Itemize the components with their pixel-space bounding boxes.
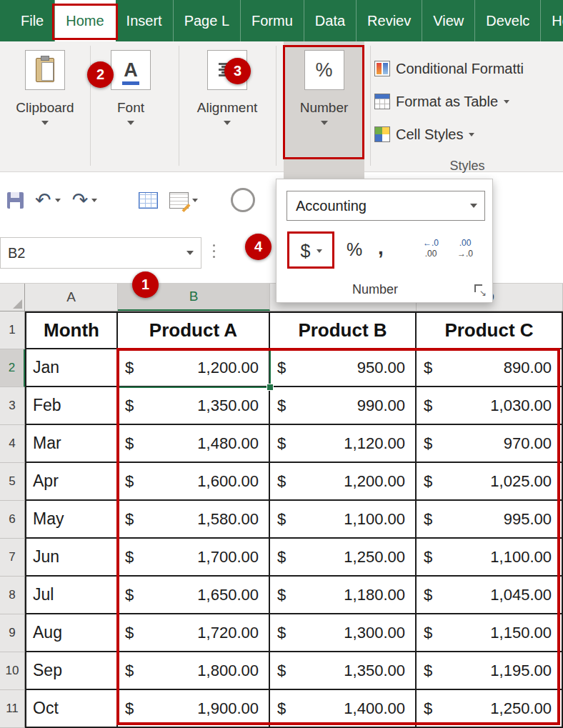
cell-value[interactable]: $1,200.00 bbox=[270, 463, 417, 501]
cell-value[interactable]: $1,100.00 bbox=[270, 501, 417, 539]
chevron-down-icon[interactable] bbox=[55, 199, 61, 202]
cell-month-sep[interactable]: Sep bbox=[25, 652, 118, 690]
tab-data[interactable]: Data bbox=[304, 0, 357, 41]
row-header-5[interactable]: 5 bbox=[0, 463, 25, 501]
select-all-button[interactable] bbox=[0, 284, 25, 311]
tab-home[interactable]: Home bbox=[55, 0, 115, 41]
column-header-A[interactable]: A bbox=[25, 284, 118, 311]
chevron-down-icon[interactable] bbox=[41, 121, 49, 125]
row-header-2[interactable]: 2 bbox=[0, 349, 25, 387]
percent-style-button[interactable]: % bbox=[347, 239, 362, 260]
tab-insert[interactable]: Insert bbox=[116, 0, 174, 41]
group-separator bbox=[179, 46, 179, 166]
cell-value[interactable]: $1,580.00 bbox=[118, 501, 270, 539]
cell-value[interactable]: $1,150.00 bbox=[417, 614, 563, 652]
cell-month-jul[interactable]: Jul bbox=[25, 577, 118, 614]
row-header-11[interactable]: 11 bbox=[0, 690, 25, 728]
cell-styles-button[interactable]: Cell Styles bbox=[374, 124, 560, 144]
paste-button[interactable] bbox=[25, 50, 65, 90]
currency-symbol: $ bbox=[424, 510, 432, 529]
table-icon[interactable] bbox=[139, 192, 158, 209]
row-header-6[interactable]: 6 bbox=[0, 501, 25, 539]
row-header-9[interactable]: 9 bbox=[0, 614, 25, 652]
cell-value[interactable]: $1,350.00 bbox=[118, 387, 270, 425]
chevron-down-icon[interactable] bbox=[186, 251, 194, 255]
format-as-table-button[interactable]: Format as Table bbox=[374, 91, 560, 111]
number-format-button[interactable]: % bbox=[304, 50, 344, 90]
cell-value[interactable]: $1,700.00 bbox=[118, 539, 270, 577]
cell-value[interactable]: $1,045.00 bbox=[417, 577, 563, 614]
cell-month-mar[interactable]: Mar bbox=[25, 425, 118, 463]
cell-value[interactable]: $1,400.00 bbox=[270, 690, 417, 728]
cell-month-may[interactable]: May bbox=[25, 501, 118, 539]
tab-view[interactable]: View bbox=[422, 0, 475, 41]
row-header-8[interactable]: 8 bbox=[0, 577, 25, 614]
cell-value[interactable]: $1,025.00 bbox=[417, 463, 563, 501]
decrease-decimal-button[interactable]: .00 →.0 bbox=[449, 238, 481, 259]
row-header-1[interactable]: 1 bbox=[0, 311, 25, 349]
chevron-down-icon[interactable] bbox=[321, 121, 328, 125]
chevron-down-icon[interactable] bbox=[127, 121, 134, 125]
tab-page-l[interactable]: Page L bbox=[174, 0, 241, 41]
row-header-4[interactable]: 4 bbox=[0, 425, 25, 463]
redo-icon[interactable]: ↷ bbox=[72, 191, 89, 210]
cell-value[interactable]: $1,195.00 bbox=[417, 652, 563, 690]
accounting-format-button[interactable]: $ bbox=[292, 235, 331, 266]
cell-value[interactable]: $1,600.00 bbox=[118, 463, 270, 501]
tab-help[interactable]: Help bbox=[541, 0, 563, 41]
chevron-down-icon[interactable] bbox=[192, 199, 198, 202]
currency-symbol: $ bbox=[125, 510, 134, 529]
fill-handle[interactable] bbox=[266, 384, 274, 391]
cell-value[interactable]: $1,250.00 bbox=[270, 539, 417, 577]
name-box[interactable]: B2 bbox=[0, 237, 201, 269]
tab-file[interactable]: File bbox=[10, 0, 55, 41]
cell-value[interactable]: $1,250.00 bbox=[417, 690, 563, 728]
row-header-3[interactable]: 3 bbox=[0, 387, 25, 425]
cell-month-feb[interactable]: Feb bbox=[25, 387, 118, 425]
cell-value[interactable]: $950.00 bbox=[270, 349, 417, 387]
dialog-launcher-icon[interactable] bbox=[474, 284, 485, 295]
cell-month-jan[interactable]: Jan bbox=[25, 349, 118, 387]
cell-value[interactable]: $1,650.00 bbox=[118, 577, 270, 614]
cell-month-aug[interactable]: Aug bbox=[25, 614, 118, 652]
cell-value[interactable]: $1,120.00 bbox=[270, 425, 417, 463]
comma-style-button[interactable]: , bbox=[378, 236, 384, 259]
header-cell-product-a[interactable]: Product A bbox=[118, 311, 270, 349]
header-cell-product-c[interactable]: Product C bbox=[417, 311, 563, 349]
cell-month-oct[interactable]: Oct bbox=[25, 690, 118, 728]
number-format-select[interactable]: Accounting bbox=[287, 191, 485, 221]
cell-value[interactable]: $990.00 bbox=[270, 387, 417, 425]
cell-value[interactable]: $1,200.00 bbox=[118, 349, 270, 387]
cell-value[interactable]: $995.00 bbox=[417, 501, 563, 539]
cell-value[interactable]: $1,900.00 bbox=[118, 690, 270, 728]
cell-value[interactable]: $1,350.00 bbox=[270, 652, 417, 690]
chevron-down-icon[interactable] bbox=[91, 199, 97, 202]
cell-value[interactable]: $1,800.00 bbox=[118, 652, 270, 690]
cell-value[interactable]: $1,480.00 bbox=[118, 425, 270, 463]
cell-value[interactable]: $970.00 bbox=[417, 425, 563, 463]
tab-formu[interactable]: Formu bbox=[241, 0, 304, 41]
increase-decimal-button[interactable]: ←.0 .00 bbox=[415, 238, 447, 259]
cell-value[interactable]: $1,720.00 bbox=[118, 614, 270, 652]
chevron-down-icon[interactable] bbox=[224, 121, 231, 125]
tab-reviev[interactable]: Reviev bbox=[357, 0, 422, 41]
format-as-table-label: Format as Table bbox=[396, 94, 498, 110]
font-button[interactable]: A bbox=[111, 50, 151, 90]
cell-value[interactable]: $1,100.00 bbox=[417, 539, 563, 577]
form-icon[interactable] bbox=[169, 192, 189, 209]
save-icon[interactable] bbox=[7, 192, 24, 209]
cell-month-apr[interactable]: Apr bbox=[25, 463, 118, 501]
cell-value[interactable]: $1,030.00 bbox=[417, 387, 563, 425]
cell-value[interactable]: $1,180.00 bbox=[270, 577, 417, 614]
number-format-panel: Accounting $ % , ←.0 .00 .00 →.0 Number bbox=[276, 179, 493, 303]
cell-month-jun[interactable]: Jun bbox=[25, 539, 118, 577]
cell-value[interactable]: $1,300.00 bbox=[270, 614, 417, 652]
row-header-10[interactable]: 10 bbox=[0, 652, 25, 690]
cell-value[interactable]: $890.00 bbox=[417, 349, 563, 387]
header-cell-product-b[interactable]: Product B bbox=[270, 311, 417, 349]
row-header-7[interactable]: 7 bbox=[0, 539, 25, 577]
header-cell-month[interactable]: Month bbox=[25, 311, 118, 349]
conditional-formatting-button[interactable]: Conditional Formatti bbox=[374, 59, 560, 79]
undo-icon[interactable]: ↶ bbox=[35, 191, 51, 210]
tab-develc[interactable]: Develc bbox=[475, 0, 541, 41]
